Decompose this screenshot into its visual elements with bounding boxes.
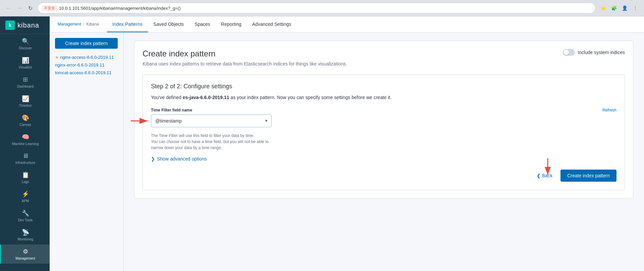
sidebar-item-apm[interactable]: ⚡ APM [0,187,50,206]
page-title: Create index pattern [143,49,347,58]
step-description: You've defined es-java-6.6.0-2019.11 as … [151,94,616,101]
field-help-text: The Time Filter will use this field to f… [151,133,272,151]
sidebar-item-label-management: Management [15,257,35,260]
time-filter-label: Time Filter field name [151,108,192,112]
page-content: Create index pattern ★ nginx-access-6.6.… [50,33,644,271]
back-button[interactable]: ← [4,3,13,13]
sidebar-item-label-timelion: Timelion [19,104,32,107]
sidebar-item-label-discover: Discover [19,46,32,50]
bookmark-button[interactable]: ⭐ [598,3,608,13]
create-index-pattern-submit-button[interactable]: Create index pattern [560,170,616,182]
logs-icon: 📋 [22,171,29,179]
apm-icon: ⚡ [22,190,29,198]
management-icon: ⚙ [23,248,28,255]
tab-index-patterns[interactable]: Index Patterns [107,17,148,32]
extensions-button[interactable]: 🧩 [609,3,619,13]
sidebar-item-canvas[interactable]: 🎨 Canvas [0,111,50,130]
help-line3: narrow down your data by a time range. [151,145,222,150]
security-warning: 不安全 [42,5,57,11]
toggle-knob [564,50,569,55]
step-description-suffix: as your index pattern. Now you can speci… [229,95,391,100]
red-arrow-annotation [131,116,151,126]
arrow-container: @timestamp I don't want to use the Time … [151,115,616,127]
machine-learning-icon: 🧠 [22,133,29,141]
sidebar-item-label-visualize: Visualize [19,65,32,69]
profile-button[interactable]: 👤 [620,3,629,13]
include-system-toggle[interactable] [563,49,575,56]
refresh-link[interactable]: Refresh [602,108,616,112]
dashboard-icon: ⊞ [23,76,28,83]
breadcrumb-management[interactable]: Management [58,22,81,27]
sidebar-logo: k kibana [0,16,50,34]
sidebar-item-label-machine-learning: Machine Learning [12,142,39,146]
nav-tabs: Index Patterns Saved Objects Spaces Repo… [107,17,297,32]
sidebar-item-machine-learning[interactable]: 🧠 Machine Learning [0,130,50,149]
card-header-left: Create index pattern Kibana uses index p… [143,49,347,66]
index-item-label: nginx-access-6.6.0-2019.11 [60,55,114,60]
menu-button[interactable]: ⋮ [631,3,640,13]
index-pattern-name: es-java-6.6.0-2019.11 [183,95,229,100]
sidebar-item-visualize[interactable]: 📊 Visualize [0,53,50,73]
sidebar-item-timelion[interactable]: 📈 Timelion [0,92,50,111]
breadcrumb-kibana: Kibana [86,22,99,27]
breadcrumb-separator: / [83,22,84,27]
step-section: Step 2 of 2: Configure settings You've d… [143,75,625,190]
sidebar-item-discover[interactable]: 🔍 Discover [0,34,50,53]
refresh-button[interactable]: ↻ [25,3,35,13]
include-system-label: Include system indices [578,50,625,55]
timelion-icon: 📈 [22,95,29,102]
time-filter-select[interactable]: @timestamp I don't want to use the Time … [151,115,272,127]
star-icon: ★ [55,55,59,60]
left-panel: Create index pattern ★ nginx-access-6.6.… [50,33,123,271]
index-item-label: nginx-error-6.6.0-2019.11 [55,62,104,67]
time-filter-select-wrapper: @timestamp I don't want to use the Time … [151,115,616,127]
infrastructure-icon: 🖥 [22,152,29,160]
tab-saved-objects[interactable]: Saved Objects [148,17,189,32]
tab-spaces[interactable]: Spaces [189,17,216,32]
breadcrumb: Management / Kibana [58,19,99,30]
sidebar-item-monitoring[interactable]: 📡 Monitoring [0,225,50,244]
sidebar-item-management[interactable]: ⚙ Management [0,244,50,264]
browser-actions: ⭐ 🧩 👤 ⋮ [598,3,640,13]
sidebar-item-label-dashboard: Dashboard [17,85,34,88]
sidebar-item-label-logs: Logs [22,180,29,184]
help-line2: You can choose not to have a time field,… [151,139,269,144]
sidebar-item-dashboard[interactable]: ⊞ Dashboard [0,73,50,92]
right-panel: Create index pattern Kibana uses index p… [123,33,644,271]
visualize-icon: 📊 [22,57,29,64]
address-bar[interactable]: 不安全 10.0.1.101:5601/app/kibana#/manageme… [38,3,596,13]
content-card: Create index pattern Kibana uses index p… [134,41,633,198]
step-description-prefix: You've defined [151,95,183,100]
canvas-icon: 🎨 [22,114,29,122]
forward-button[interactable]: → [15,3,24,13]
tab-advanced-settings[interactable]: Advanced Settings [247,17,297,32]
sidebar-item-label-canvas: Canvas [20,123,31,127]
address-text: 10.0.1.101:5601/app/kibana#/management/k… [59,6,591,11]
tab-reporting[interactable]: Reporting [216,17,247,32]
monitoring-icon: 📡 [22,229,29,236]
list-item[interactable]: tomcat-access-6.6.0-2019.11 [55,70,118,76]
chevron-right-icon: ❯ [151,156,155,162]
app-layout: k kibana 🔍 Discover 📊 Visualize ⊞ Dashbo… [0,16,644,271]
browser-chrome: ← → ↻ 不安全 10.0.1.101:5601/app/kibana#/ma… [0,0,644,16]
main-content: Management / Kibana Index Patterns Saved… [50,16,644,271]
red-arrow-create-annotation [539,158,556,178]
sidebar-item-label-infrastructure: Infrastructure [15,161,35,165]
sidebar-item-label-monitoring: Monitoring [17,237,33,241]
list-item[interactable]: nginx-error-6.6.0-2019.11 [55,62,118,68]
index-item-label: tomcat-access-6.6.0-2019.11 [55,70,111,75]
sidebar-item-dev-tools[interactable]: 🔧 Dev Tools [0,206,50,225]
dev-tools-icon: 🔧 [22,210,29,217]
sidebar-item-label-apm: APM [22,199,29,203]
top-nav: Management / Kibana Index Patterns Saved… [50,16,644,33]
index-pattern-list: ★ nginx-access-6.6.0-2019.11 nginx-error… [55,54,118,76]
create-index-pattern-button[interactable]: Create index pattern [55,38,118,49]
kibana-logo-text: kibana [17,21,39,29]
card-subtitle: Kibana uses index patterns to retrieve d… [143,61,347,66]
list-item[interactable]: ★ nginx-access-6.6.0-2019.11 [55,54,118,60]
sidebar-item-logs[interactable]: 📋 Logs [0,168,50,187]
discover-icon: 🔍 [22,38,29,45]
sidebar-item-infrastructure[interactable]: 🖥 Infrastructure [0,149,50,168]
step-title: Step 2 of 2: Configure settings [151,83,616,90]
card-header: Create index pattern Kibana uses index p… [143,49,625,66]
